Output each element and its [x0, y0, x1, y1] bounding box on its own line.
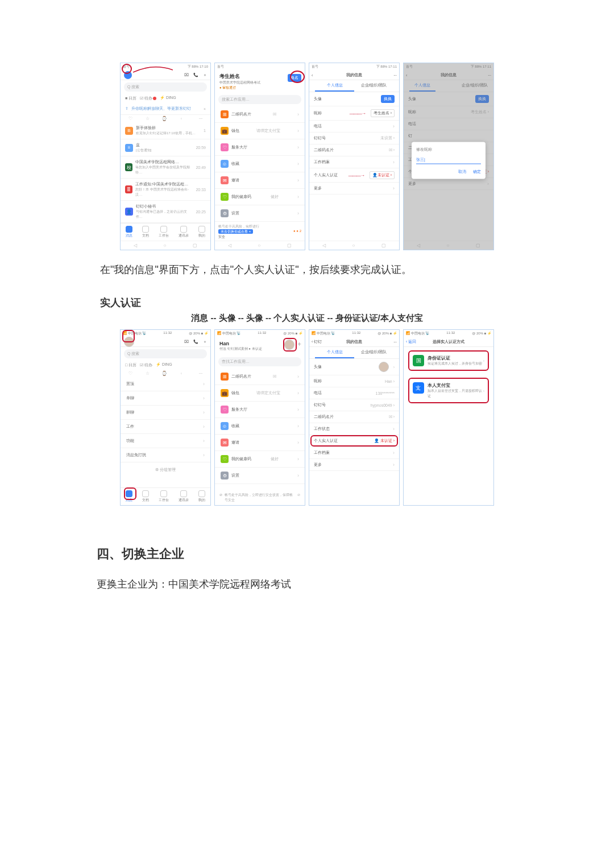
back-icon[interactable]: ‹ — [406, 73, 407, 77]
back-icon[interactable]: ‹ 返回 — [406, 339, 416, 345]
row-more[interactable]: 更多 — [404, 178, 493, 190]
chat-item[interactable]: 校中国美术学院远程网络…等您加入中国美术学会按钮及学院期待…20:49 — [121, 156, 210, 179]
row-more[interactable]: 更多 — [309, 183, 399, 195]
row-nickname[interactable]: 昵称考生姓名 › — [404, 106, 493, 118]
menu-wallet[interactable]: 💼钱包请绑定支付宝 — [215, 123, 305, 139]
change-name-button[interactable]: 换名 — [288, 74, 301, 82]
row-qrcode[interactable]: 二维码名片☒ › — [309, 144, 399, 156]
filter-tabs[interactable]: □ 日历 ☑ 待办 ⚡ DING — [121, 361, 210, 370]
instruction-text: 在"我的信息"界面下方，点击"个人实人认证"，按后续要求完成认证。 — [100, 261, 517, 279]
menu-fav[interactable]: ☺收藏 — [215, 156, 305, 172]
row-workfile[interactable]: 工作档案 — [309, 447, 399, 459]
nickname-input[interactable]: 张三| — [416, 155, 481, 164]
row-dingid[interactable]: 钉钉号hypnos0049 › — [309, 399, 399, 411]
avatar-icon[interactable] — [124, 337, 134, 347]
alipay-option[interactable]: 支 本人支付宝如本人目前登过支宝，只需授权即认证 — [408, 378, 489, 403]
menu-invite[interactable]: ✉邀请 — [215, 435, 305, 451]
more-icon[interactable]: ··· — [393, 340, 397, 344]
alipay-icon: 支 — [413, 382, 424, 394]
work-search[interactable]: 查找工作应用… — [218, 357, 301, 366]
menu-qrcode[interactable]: ⊞二维码名片☒ — [215, 106, 305, 123]
row-phone[interactable]: 电话 — [309, 121, 399, 133]
row-verify[interactable]: 个人实人认证👤 未认证 › — [309, 435, 399, 447]
row-nickname[interactable]: 昵称———→考生姓名 › — [309, 106, 399, 121]
ok-button[interactable]: 确定 — [473, 168, 481, 174]
menu-dnd[interactable]: 消息免打扰 — [121, 448, 210, 462]
row-workstatus[interactable]: 工作状态 — [309, 423, 399, 435]
chat-item[interactable]: ≡直[公告通知]20:59 — [121, 139, 210, 156]
menu-wallet[interactable]: 💼钱包请绑定支付宝 — [215, 385, 305, 402]
menu-settings[interactable]: ⚙设置 — [215, 205, 305, 222]
menu-pin[interactable]: 置顶 — [121, 377, 210, 391]
banner-upgrade[interactable]: ⇧升你昵称解放聊天、等更新东钉钉× — [121, 103, 210, 115]
work-search[interactable]: 搜索工作应用… — [218, 95, 301, 104]
cancel-button[interactable]: 取消 — [458, 168, 466, 174]
row-verify[interactable]: 个人实人认证———→👤未认证 › — [309, 168, 399, 183]
more-icon[interactable]: ··· — [393, 73, 397, 77]
more-icon[interactable]: ··· — [488, 73, 491, 77]
search-input[interactable]: Q 搜索 — [124, 349, 207, 358]
filter-tabs[interactable]: ■ 日历 ☑ 待办 ⚡ DING — [121, 94, 210, 103]
back-icon[interactable]: ‹ — [312, 73, 313, 77]
nickname-dialog: 修改昵称 张三| 取消确定 — [412, 142, 486, 179]
android-nav[interactable]: ◁○▢ — [309, 241, 399, 250]
chat-item[interactable]: ≣工作通知:中国美术学院远程…您好！本 中国美术学院远程将会出-汉…20:33 — [121, 179, 210, 201]
search-input[interactable]: Q 搜索 — [124, 82, 207, 92]
plus-icon[interactable]: ＋ — [296, 340, 302, 348]
scan-icon[interactable]: ⌧ — [184, 340, 189, 344]
row-phone[interactable]: 电话138******** — [309, 387, 399, 399]
android-nav[interactable]: ◁○▢ — [121, 241, 210, 250]
row-qrcode[interactable]: 二维码名片☒ › — [309, 411, 399, 423]
menu-settings[interactable]: ⚙设置 — [215, 468, 305, 484]
quick-icons[interactable]: ♡☆⌚▫··· — [121, 370, 210, 377]
row-more[interactable]: 更多 — [309, 459, 399, 471]
security-tip: ⊘帐号处于高风险，立即进行安全设置，保障帐号安全⊘ — [215, 490, 305, 505]
plus-icon[interactable]: ＋ — [203, 72, 207, 78]
menu-health[interactable]: ♡我的健康码健好 — [215, 451, 305, 468]
row-phone[interactable]: 电话 — [404, 118, 493, 130]
org-status: ● 审核通过 — [219, 85, 300, 90]
bottom-nav[interactable]: 消息 文档 工作台 通讯录 我的 — [121, 223, 210, 241]
scan-icon[interactable]: ⌧ — [184, 73, 189, 77]
row-workfile[interactable]: 工作档案 — [309, 156, 399, 168]
scenario-title: 实人认证 — [100, 296, 517, 309]
page-title: 选择实人认证方式 — [433, 339, 464, 345]
menu-health[interactable]: ♡我的健康码健好 — [215, 189, 305, 205]
menu-fav[interactable]: ☺收藏 — [215, 418, 305, 435]
menu-invite[interactable]: ✉邀请 — [215, 172, 305, 189]
chat-item[interactable]: 👤钉钉小秘书与你沟通等已选择，之前仍云的文件…20:25 — [121, 201, 210, 223]
menu-func[interactable]: 功能 — [121, 434, 210, 448]
menu-work[interactable]: 工作 — [121, 420, 210, 434]
chat-item[interactable]: B新手体验群欢迎加入钉钉还记得17:10使用，手机…1 — [121, 122, 210, 139]
avatar-icon[interactable] — [124, 71, 132, 79]
call-icon[interactable]: 📞 — [193, 73, 198, 77]
menu-group[interactable]: 群聊 — [121, 406, 210, 420]
info-tabs[interactable]: 个人信息企业/组织/团队 — [404, 80, 493, 92]
status-bar: 百号下 88% 17:11 — [404, 63, 493, 71]
menu-service[interactable]: ♡服务大厅 — [215, 402, 305, 418]
chat-header: ⌧ 📞 ＋ — [121, 337, 210, 347]
phone-1-2: 百号 考生姓名 中国美术学院远程网络考试 ● 审核通过 换名 搜索工作应用… ⊞… — [214, 63, 305, 250]
profile-header: Han 付法 钉钉测试案例 ● 未认证 ＋ — [215, 337, 305, 355]
row-dingid[interactable]: 钉钉号未设置 › — [309, 133, 399, 144]
call-icon[interactable]: 📞 — [193, 340, 198, 344]
row-avatar[interactable]: 头像换换 — [309, 92, 399, 106]
menu-single[interactable]: 单聊 — [121, 391, 210, 406]
phone-2-4: 📶 中国电信 📡11:32@ 20% ■ ⚡ ‹ 返回 选择实人认证方式 国 身… — [403, 329, 494, 506]
android-nav[interactable]: ◁○▢ — [404, 241, 493, 250]
idcard-option[interactable]: 国 身份证认证实证将完成本人实过，并身份号加密 — [408, 350, 489, 371]
row-avatar[interactable]: 头像换换 — [404, 92, 493, 106]
info-tabs[interactable]: 个人信息企业/组织/团队 — [309, 80, 399, 92]
row-dingid[interactable]: 钉 — [404, 130, 493, 142]
menu-service[interactable]: ♡服务大厅 — [215, 139, 305, 156]
row-avatar[interactable]: 头像› — [309, 359, 399, 375]
back-icon[interactable]: ‹ 钉钉 — [312, 339, 322, 345]
bottom-nav[interactable]: 消息 文档 工作台 通讯录 我的 — [121, 487, 210, 505]
menu-qrcode[interactable]: ⊞二维码名片☒ — [215, 369, 305, 385]
plus-icon[interactable]: ＋ — [203, 339, 207, 345]
row-nickname[interactable]: 昵称Han › — [309, 375, 399, 387]
android-nav[interactable]: ◁○▢ — [215, 241, 305, 250]
info-tabs[interactable]: 个人信息企业/组织/团队 — [309, 347, 399, 359]
quick-icons[interactable]: ♡☆⌚▫··· — [121, 115, 210, 122]
manage-groups[interactable]: ⚙ 分组管理 — [121, 462, 210, 477]
